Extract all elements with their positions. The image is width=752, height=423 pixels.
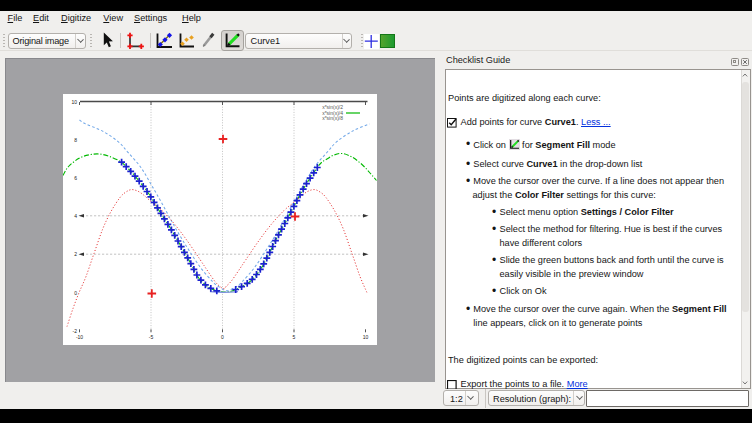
svg-text:8: 8: [74, 136, 77, 142]
svg-text:10: 10: [71, 98, 77, 104]
svg-text:5: 5: [293, 334, 296, 340]
svg-text:0: 0: [221, 334, 224, 340]
svg-text:10: 10: [363, 334, 369, 340]
svg-text:-10: -10: [76, 334, 83, 340]
svg-text:6: 6: [74, 175, 77, 181]
svg-text:0: 0: [74, 289, 77, 295]
svg-text:-2: -2: [73, 327, 78, 333]
svg-text:2: 2: [74, 251, 77, 257]
svg-text:4: 4: [74, 213, 77, 219]
svg-text:x*sin(x)/8: x*sin(x)/8: [322, 115, 343, 121]
svg-text:-5: -5: [149, 334, 154, 340]
